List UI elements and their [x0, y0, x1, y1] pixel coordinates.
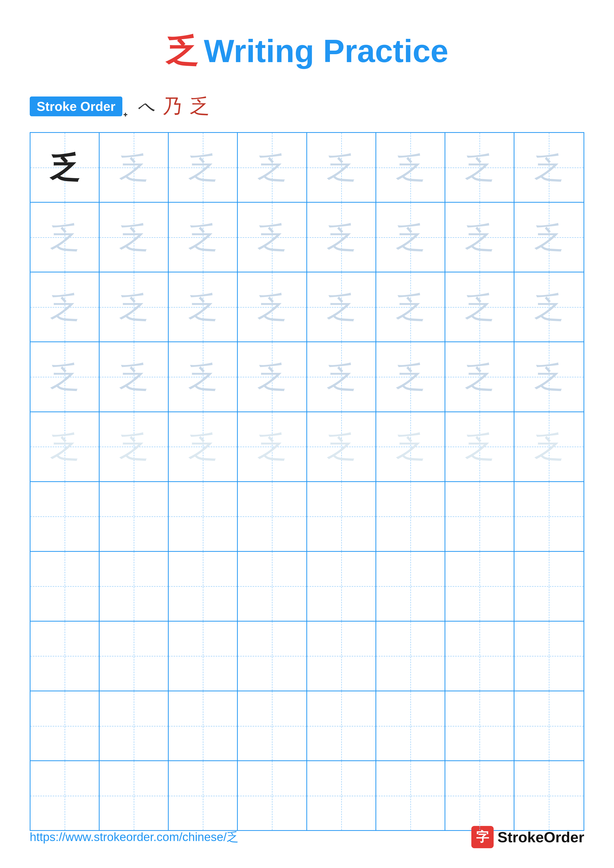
char-light: 乏: [326, 222, 356, 252]
grid-cell-7-4: [238, 552, 307, 621]
grid-cell-6-6: [376, 482, 445, 551]
grid-cell-1-4: 乏: [238, 133, 307, 202]
footer-url[interactable]: https://www.strokeorder.com/chinese/乏: [30, 829, 238, 845]
grid-row-5: 乏 乏 乏 乏 乏 乏 乏 乏: [31, 412, 583, 482]
char-light: 乏: [465, 222, 494, 252]
grid-cell-9-6: [376, 691, 445, 760]
grid-cell-1-7: 乏: [445, 133, 515, 202]
char-lighter: 乏: [396, 362, 425, 392]
grid-cell-3-6: 乏: [376, 273, 445, 341]
grid-cell-6-7: [445, 482, 515, 551]
grid-cell-9-4: [238, 691, 307, 760]
char-faint: 乏: [257, 432, 287, 462]
grid-cell-1-2: 乏: [99, 133, 169, 202]
grid-row-6: [31, 482, 583, 552]
grid-cell-2-7: 乏: [445, 203, 515, 272]
char-light: 乏: [534, 153, 564, 182]
char-lighter: 乏: [257, 362, 287, 392]
grid-cell-4-3: 乏: [169, 342, 238, 411]
stroke-order-section: Stroke Order ̟ へ 乃 乏: [30, 93, 584, 120]
grid-cell-9-8: [515, 691, 583, 760]
grid-row-9: [31, 691, 583, 761]
grid-cell-5-8: 乏: [515, 412, 583, 481]
grid-cell-10-5: [307, 761, 376, 830]
grid-cell-7-7: [445, 552, 515, 621]
title-chinese: 乏: [166, 33, 198, 69]
grid-cell-10-4: [238, 761, 307, 830]
grid-cell-10-8: [515, 761, 583, 830]
grid-row-1: 乏 乏 乏 乏 乏 乏 乏 乏: [31, 133, 583, 203]
grid-cell-7-2: [99, 552, 169, 621]
grid-cell-5-5: 乏: [307, 412, 376, 481]
grid-cell-4-4: 乏: [238, 342, 307, 411]
grid-cell-2-1: 乏: [31, 203, 99, 272]
footer-brand-icon: 字: [471, 826, 494, 848]
grid-cell-3-8: 乏: [515, 273, 583, 341]
grid-cell-2-2: 乏: [99, 203, 169, 272]
char-light: 乏: [396, 222, 425, 252]
grid-cell-4-6: 乏: [376, 342, 445, 411]
grid-row-4: 乏 乏 乏 乏 乏 乏 乏 乏: [31, 342, 583, 412]
stroke-order-chars: ̟ へ 乃 乏: [130, 93, 210, 120]
grid-cell-1-1: 乏: [31, 133, 99, 202]
grid-cell-2-6: 乏: [376, 203, 445, 272]
char-light: 乏: [188, 153, 218, 182]
grid-cell-8-7: [445, 622, 515, 691]
grid-cell-8-2: [99, 622, 169, 691]
grid-cell-4-8: 乏: [515, 342, 583, 411]
practice-grid: 乏 乏 乏 乏 乏 乏 乏 乏: [30, 132, 584, 831]
grid-cell-5-1: 乏: [31, 412, 99, 481]
footer-brand-text: StrokeOrder: [497, 829, 584, 846]
char-lighter: 乏: [326, 362, 356, 392]
grid-cell-3-2: 乏: [99, 273, 169, 341]
grid-cell-3-1: 乏: [31, 273, 99, 341]
grid-cell-8-1: [31, 622, 99, 691]
footer-brand: 字 StrokeOrder: [471, 826, 584, 848]
title-english: Writing Practice: [204, 33, 448, 69]
grid-cell-8-4: [238, 622, 307, 691]
grid-cell-6-8: [515, 482, 583, 551]
char-light: 乏: [188, 292, 218, 322]
char-light: 乏: [396, 292, 425, 322]
grid-cell-7-6: [376, 552, 445, 621]
grid-cell-6-1: [31, 482, 99, 551]
char-light: 乏: [534, 222, 564, 252]
grid-cell-4-1: 乏: [31, 342, 99, 411]
char-light: 乏: [119, 292, 149, 322]
char-light: 乏: [326, 153, 356, 182]
char-light: 乏: [396, 153, 425, 182]
grid-cell-1-5: 乏: [307, 133, 376, 202]
grid-cell-4-7: 乏: [445, 342, 515, 411]
char-light: 乏: [257, 222, 287, 252]
grid-row-2: 乏 乏 乏 乏 乏 乏 乏 乏: [31, 203, 583, 273]
grid-cell-2-5: 乏: [307, 203, 376, 272]
char-light: 乏: [465, 292, 494, 322]
char-faint: 乏: [465, 432, 494, 462]
char-lighter: 乏: [119, 362, 149, 392]
char-light: 乏: [465, 153, 494, 182]
grid-cell-10-6: [376, 761, 445, 830]
grid-cell-10-3: [169, 761, 238, 830]
grid-cell-7-8: [515, 552, 583, 621]
grid-cell-1-3: 乏: [169, 133, 238, 202]
grid-row-8: [31, 622, 583, 691]
stroke-4: 乏: [190, 93, 210, 120]
footer: https://www.strokeorder.com/chinese/乏 字 …: [30, 826, 584, 848]
grid-cell-7-1: [31, 552, 99, 621]
grid-row-3: 乏 乏 乏 乏 乏 乏 乏 乏: [31, 273, 583, 342]
page-container: 乏 Writing Practice Stroke Order ̟ へ 乃 乏 …: [0, 0, 614, 868]
grid-cell-3-7: 乏: [445, 273, 515, 341]
grid-cell-1-6: 乏: [376, 133, 445, 202]
char-light: 乏: [119, 222, 149, 252]
char-light: 乏: [50, 292, 79, 322]
grid-cell-9-7: [445, 691, 515, 760]
grid-cell-1-8: 乏: [515, 133, 583, 202]
grid-cell-4-5: 乏: [307, 342, 376, 411]
char-faint: 乏: [119, 432, 149, 462]
grid-cell-7-3: [169, 552, 238, 621]
grid-cell-6-5: [307, 482, 376, 551]
grid-cell-8-3: [169, 622, 238, 691]
char-lighter: 乏: [534, 362, 564, 392]
char-faint: 乏: [396, 432, 425, 462]
grid-cell-10-2: [99, 761, 169, 830]
